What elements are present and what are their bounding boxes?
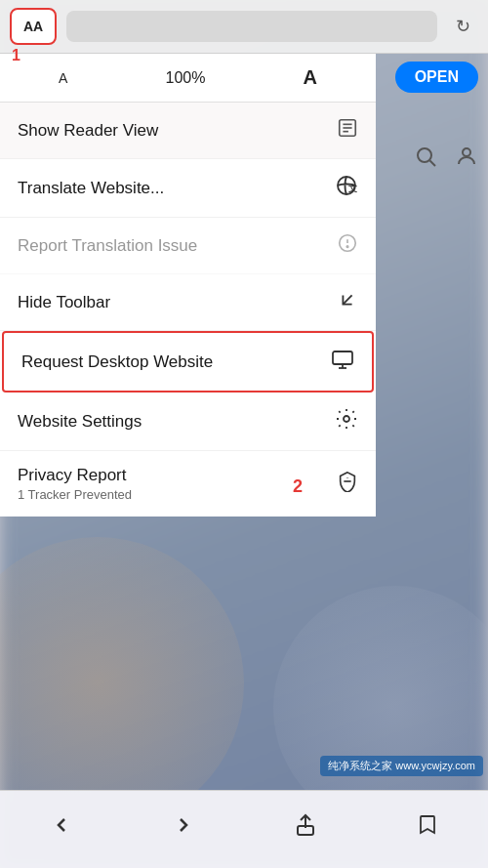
report-translation-icon: [337, 232, 358, 259]
watermark: 纯净系统之家 www.ycwjzy.com: [293, 741, 488, 790]
menu-item-request-desktop[interactable]: Request Desktop Website: [2, 331, 374, 393]
top-bar: AA ↻: [0, 0, 488, 54]
hide-toolbar-icon: [337, 289, 358, 315]
bottom-bar: [0, 790, 488, 868]
reload-button[interactable]: ↻: [447, 11, 478, 42]
svg-point-0: [418, 148, 431, 162]
menu-item-hide-toolbar[interactable]: Hide Toolbar: [0, 274, 376, 331]
dropdown-menu: Show Reader View Translate Website... 文 …: [0, 103, 376, 517]
request-desktop-icon: [331, 348, 354, 376]
privacy-report-sublabel: 1 Tracker Prevented: [18, 487, 132, 502]
website-settings-label: Website Settings: [18, 412, 142, 432]
website-settings-icon: [335, 407, 358, 435]
font-percent-display: 100%: [165, 69, 205, 87]
open-button[interactable]: OPEN: [395, 62, 478, 93]
svg-line-1: [430, 161, 436, 167]
svg-point-2: [463, 148, 470, 156]
svg-text:文: 文: [348, 184, 357, 193]
back-button[interactable]: [37, 804, 86, 847]
aa-button[interactable]: AA: [10, 8, 57, 45]
translate-label: Translate Website...: [18, 179, 164, 198]
badge-2: 2: [293, 476, 303, 497]
svg-rect-13: [333, 351, 352, 364]
search-icon[interactable]: [414, 145, 437, 173]
header-icons: [414, 145, 478, 173]
hide-toolbar-label: Hide Toolbar: [18, 293, 110, 312]
url-bar[interactable]: [66, 11, 437, 42]
watermark-text: 纯净系统之家 www.ycwjzy.com: [320, 756, 483, 776]
menu-item-translate[interactable]: Translate Website... 文: [0, 159, 376, 218]
font-increase-button[interactable]: A: [284, 59, 337, 97]
svg-point-16: [344, 416, 349, 422]
report-translation-label: Report Translation Issue: [18, 236, 197, 256]
menu-item-report-translation[interactable]: Report Translation Issue: [0, 218, 376, 274]
request-desktop-label: Request Desktop Website: [21, 352, 213, 372]
font-size-row: A 100% A: [0, 54, 376, 103]
menu-item-privacy-report[interactable]: Privacy Report 1 Tracker Prevented: [0, 451, 376, 517]
privacy-report-label: Privacy Report: [18, 466, 132, 485]
svg-point-11: [346, 246, 347, 247]
bookmarks-button[interactable]: [403, 804, 452, 847]
translate-icon: 文: [335, 174, 358, 202]
reader-view-icon: [337, 117, 358, 144]
svg-line-12: [343, 295, 351, 304]
profile-icon[interactable]: [455, 145, 478, 173]
menu-item-reader-view[interactable]: Show Reader View: [0, 103, 376, 159]
share-button[interactable]: [281, 804, 330, 847]
menu-item-website-settings[interactable]: Website Settings: [0, 393, 376, 451]
reader-view-label: Show Reader View: [18, 121, 158, 141]
badge-1: 1: [12, 47, 20, 64]
forward-button[interactable]: [159, 804, 208, 847]
privacy-report-icon: [337, 471, 358, 497]
font-decrease-button[interactable]: A: [39, 62, 87, 94]
